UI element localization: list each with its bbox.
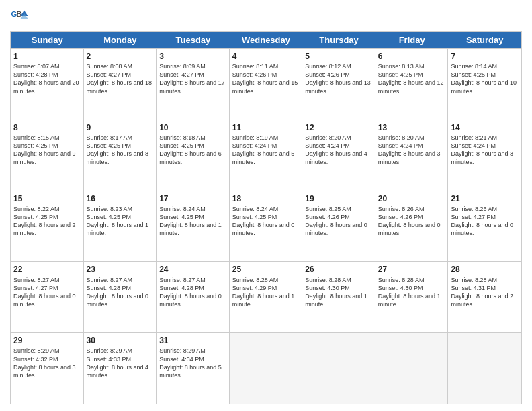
day-number: 10 <box>159 122 226 133</box>
table-row: 20Sunrise: 8:26 AMSunset: 4:26 PMDayligh… <box>375 191 449 262</box>
table-row: 23Sunrise: 8:27 AMSunset: 4:28 PMDayligh… <box>84 262 157 332</box>
logo-icon: G B <box>10 7 29 26</box>
day-number: 6 <box>378 51 445 62</box>
day-number: 28 <box>451 264 519 275</box>
day-number: 17 <box>159 193 226 204</box>
table-row: 3Sunrise: 8:09 AMSunset: 4:27 PMDaylight… <box>157 49 230 120</box>
header-day-saturday: Saturday <box>448 32 521 48</box>
table-row: 31Sunrise: 8:29 AMSunset: 4:34 PMDayligh… <box>157 333 230 404</box>
table-row: 17Sunrise: 8:24 AMSunset: 4:25 PMDayligh… <box>157 191 230 262</box>
day-info: Sunrise: 8:26 AMSunset: 4:26 PMDaylight:… <box>378 205 445 238</box>
table-row: 1Sunrise: 8:07 AMSunset: 4:28 PMDaylight… <box>11 49 84 120</box>
day-info: Sunrise: 8:21 AMSunset: 4:24 PMDaylight:… <box>451 134 519 167</box>
day-info: Sunrise: 8:28 AMSunset: 4:29 PMDaylight:… <box>232 276 300 309</box>
day-info: Sunrise: 8:26 AMSunset: 4:27 PMDaylight:… <box>451 205 519 238</box>
day-info: Sunrise: 8:27 AMSunset: 4:28 PMDaylight:… <box>159 276 226 309</box>
table-row <box>375 333 449 404</box>
day-number: 4 <box>232 51 300 62</box>
day-info: Sunrise: 8:29 AMSunset: 4:33 PMDaylight:… <box>87 347 154 379</box>
day-info: Sunrise: 8:19 AMSunset: 4:24 PMDaylight:… <box>232 134 300 167</box>
day-info: Sunrise: 8:22 AMSunset: 4:25 PMDaylight:… <box>13 205 81 238</box>
calendar-body: 1Sunrise: 8:07 AMSunset: 4:28 PMDaylight… <box>11 48 521 404</box>
table-row <box>302 333 375 404</box>
day-info: Sunrise: 8:15 AMSunset: 4:25 PMDaylight:… <box>13 134 81 167</box>
table-row: 13Sunrise: 8:20 AMSunset: 4:24 PMDayligh… <box>375 120 449 191</box>
cal-week-2: 8Sunrise: 8:15 AMSunset: 4:25 PMDaylight… <box>11 120 521 191</box>
calendar-header: SundayMondayTuesdayWednesdayThursdayFrid… <box>11 32 521 48</box>
day-info: Sunrise: 8:14 AMSunset: 4:25 PMDaylight:… <box>451 62 519 95</box>
day-info: Sunrise: 8:20 AMSunset: 4:24 PMDaylight:… <box>378 134 445 167</box>
table-row: 30Sunrise: 8:29 AMSunset: 4:33 PMDayligh… <box>84 333 157 404</box>
day-info: Sunrise: 8:13 AMSunset: 4:25 PMDaylight:… <box>378 62 445 95</box>
day-number: 21 <box>451 193 519 204</box>
table-row: 25Sunrise: 8:28 AMSunset: 4:29 PMDayligh… <box>230 262 303 332</box>
table-row: 12Sunrise: 8:20 AMSunset: 4:24 PMDayligh… <box>302 120 375 191</box>
table-row: 7Sunrise: 8:14 AMSunset: 4:25 PMDaylight… <box>448 49 521 120</box>
day-info: Sunrise: 8:07 AMSunset: 4:28 PMDaylight:… <box>13 62 81 95</box>
table-row: 2Sunrise: 8:08 AMSunset: 4:27 PMDaylight… <box>84 49 157 120</box>
table-row: 26Sunrise: 8:28 AMSunset: 4:30 PMDayligh… <box>302 262 375 332</box>
day-number: 24 <box>159 264 226 275</box>
day-info: Sunrise: 8:28 AMSunset: 4:31 PMDaylight:… <box>451 276 519 309</box>
day-info: Sunrise: 8:25 AMSunset: 4:26 PMDaylight:… <box>305 205 372 238</box>
day-number: 19 <box>305 193 372 204</box>
day-info: Sunrise: 8:27 AMSunset: 4:27 PMDaylight:… <box>13 276 81 309</box>
day-info: Sunrise: 8:28 AMSunset: 4:30 PMDaylight:… <box>305 276 372 309</box>
day-number: 16 <box>87 193 154 204</box>
cal-week-3: 15Sunrise: 8:22 AMSunset: 4:25 PMDayligh… <box>11 191 521 262</box>
day-info: Sunrise: 8:09 AMSunset: 4:27 PMDaylight:… <box>159 62 226 95</box>
calendar: SundayMondayTuesdayWednesdayThursdayFrid… <box>10 31 522 404</box>
table-row: 28Sunrise: 8:28 AMSunset: 4:31 PMDayligh… <box>448 262 521 332</box>
day-number: 31 <box>159 335 226 346</box>
day-number: 26 <box>305 264 372 275</box>
day-number: 11 <box>232 122 300 133</box>
table-row: 22Sunrise: 8:27 AMSunset: 4:27 PMDayligh… <box>11 262 84 332</box>
day-number: 12 <box>305 122 372 133</box>
day-number: 30 <box>87 335 154 346</box>
cal-week-1: 1Sunrise: 8:07 AMSunset: 4:28 PMDaylight… <box>11 48 521 120</box>
day-info: Sunrise: 8:24 AMSunset: 4:25 PMDaylight:… <box>232 205 300 238</box>
table-row: 19Sunrise: 8:25 AMSunset: 4:26 PMDayligh… <box>302 191 375 262</box>
day-info: Sunrise: 8:17 AMSunset: 4:25 PMDaylight:… <box>87 134 154 167</box>
header-day-sunday: Sunday <box>11 32 84 48</box>
table-row: 29Sunrise: 8:29 AMSunset: 4:32 PMDayligh… <box>11 333 84 404</box>
day-number: 3 <box>159 51 226 62</box>
day-number: 25 <box>232 264 300 275</box>
day-info: Sunrise: 8:29 AMSunset: 4:34 PMDaylight:… <box>159 347 226 379</box>
day-number: 29 <box>13 335 81 346</box>
table-row: 9Sunrise: 8:17 AMSunset: 4:25 PMDaylight… <box>84 120 157 191</box>
day-info: Sunrise: 8:08 AMSunset: 4:27 PMDaylight:… <box>87 62 154 95</box>
table-row: 11Sunrise: 8:19 AMSunset: 4:24 PMDayligh… <box>230 120 303 191</box>
svg-text:B: B <box>17 10 21 18</box>
day-info: Sunrise: 8:27 AMSunset: 4:28 PMDaylight:… <box>87 276 154 309</box>
table-row: 8Sunrise: 8:15 AMSunset: 4:25 PMDaylight… <box>11 120 84 191</box>
table-row: 24Sunrise: 8:27 AMSunset: 4:28 PMDayligh… <box>157 262 230 332</box>
day-info: Sunrise: 8:24 AMSunset: 4:25 PMDaylight:… <box>159 205 226 238</box>
day-number: 5 <box>305 51 372 62</box>
cal-week-5: 29Sunrise: 8:29 AMSunset: 4:32 PMDayligh… <box>11 332 521 404</box>
table-row: 4Sunrise: 8:11 AMSunset: 4:26 PMDaylight… <box>230 49 303 120</box>
day-number: 9 <box>87 122 154 133</box>
table-row <box>230 333 303 404</box>
table-row: 14Sunrise: 8:21 AMSunset: 4:24 PMDayligh… <box>448 120 521 191</box>
day-number: 13 <box>378 122 445 133</box>
table-row: 10Sunrise: 8:18 AMSunset: 4:25 PMDayligh… <box>157 120 230 191</box>
table-row: 27Sunrise: 8:28 AMSunset: 4:30 PMDayligh… <box>375 262 449 332</box>
cal-week-4: 22Sunrise: 8:27 AMSunset: 4:27 PMDayligh… <box>11 261 521 332</box>
header-day-wednesday: Wednesday <box>230 32 303 48</box>
day-info: Sunrise: 8:20 AMSunset: 4:24 PMDaylight:… <box>305 134 372 167</box>
day-number: 2 <box>87 51 154 62</box>
table-row <box>448 333 521 404</box>
header-day-tuesday: Tuesday <box>157 32 230 48</box>
day-number: 14 <box>451 122 519 133</box>
day-number: 8 <box>13 122 81 133</box>
logo: G B <box>10 7 32 26</box>
table-row: 21Sunrise: 8:26 AMSunset: 4:27 PMDayligh… <box>448 191 521 262</box>
table-row: 16Sunrise: 8:23 AMSunset: 4:25 PMDayligh… <box>84 191 157 262</box>
day-info: Sunrise: 8:29 AMSunset: 4:32 PMDaylight:… <box>13 347 81 379</box>
table-row: 5Sunrise: 8:12 AMSunset: 4:26 PMDaylight… <box>302 49 375 120</box>
table-row: 18Sunrise: 8:24 AMSunset: 4:25 PMDayligh… <box>230 191 303 262</box>
day-info: Sunrise: 8:11 AMSunset: 4:26 PMDaylight:… <box>232 62 300 95</box>
day-number: 1 <box>13 51 81 62</box>
day-number: 15 <box>13 193 81 204</box>
